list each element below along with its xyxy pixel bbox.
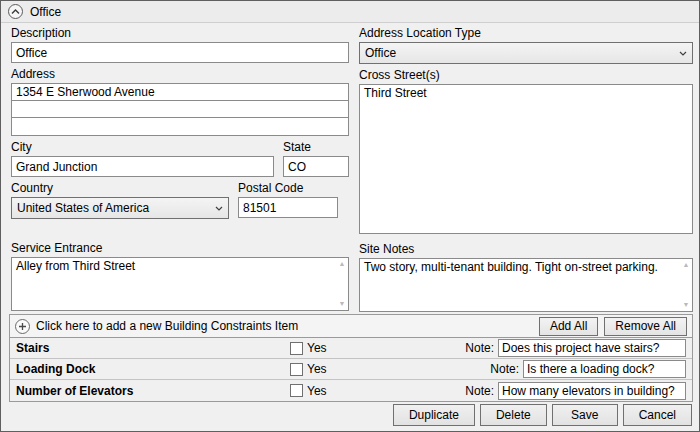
cross-streets-input[interactable]: Third Street [359, 84, 693, 234]
cross-streets-label: Cross Street(s) [359, 69, 693, 82]
address-input-group: 1354 E Sherwood Avenue [11, 83, 349, 136]
duplicate-button[interactable]: Duplicate [393, 404, 475, 426]
cancel-button[interactable]: Cancel [623, 404, 692, 426]
yes-checkbox[interactable] [290, 342, 303, 355]
address-location-type-selected-value: Office [365, 46, 675, 60]
scrollbar-up-icon[interactable]: ▲ [681, 260, 691, 270]
note-input[interactable] [523, 360, 686, 378]
chevron-down-icon [679, 51, 687, 56]
plus-icon[interactable] [15, 319, 30, 334]
postal-code-label: Postal Code [238, 182, 338, 195]
right-column: Address Location Type Office Cross Stree… [359, 27, 693, 312]
state-label: State [283, 141, 349, 154]
cross-streets-text: Third Street [364, 86, 427, 100]
postal-code-input[interactable] [238, 197, 338, 218]
address-line3-input[interactable] [12, 118, 348, 135]
service-entrance-text: Alley from Third Street [16, 259, 135, 273]
constraint-row-loading-dock: Loading Dock Yes Note: [10, 359, 692, 380]
office-form-window: Office Description Address 1354 E Sherwo… [0, 0, 700, 432]
constraint-name: Stairs [16, 341, 290, 355]
city-label: City [11, 141, 274, 154]
address-line1-input[interactable]: 1354 E Sherwood Avenue [12, 84, 348, 101]
address-location-type-label: Address Location Type [359, 27, 693, 40]
remove-all-button[interactable]: Remove All [604, 317, 687, 336]
scrollbar-down-icon[interactable]: ▼ [337, 299, 347, 309]
scrollbar-down-icon[interactable]: ▼ [681, 300, 691, 310]
description-input[interactable] [11, 42, 349, 63]
save-button[interactable]: Save [552, 404, 618, 426]
service-entrance-input[interactable]: Alley from Third Street ▲ ▼ [11, 257, 349, 311]
state-input[interactable] [283, 156, 349, 177]
constraint-row-stairs: Stairs Yes Note: [10, 338, 692, 359]
add-all-button[interactable]: Add All [539, 317, 598, 336]
chevron-down-icon [215, 206, 223, 211]
yes-label: Yes [307, 362, 327, 376]
left-column: Description Address 1354 E Sherwood Aven… [11, 27, 349, 311]
footer-button-bar: Duplicate Delete Save Cancel [393, 404, 692, 426]
city-input[interactable] [11, 156, 274, 177]
site-notes-text: Two story, multi-tenant building. Tight … [364, 260, 658, 274]
yes-checkbox[interactable] [290, 384, 303, 397]
delete-button[interactable]: Delete [480, 404, 547, 426]
note-input[interactable] [498, 382, 686, 400]
site-notes-input[interactable]: Two story, multi-tenant building. Tight … [359, 258, 693, 312]
site-notes-label: Site Notes [359, 243, 693, 256]
scrollbar-up-icon[interactable]: ▲ [337, 259, 347, 269]
constraint-row-number-of-elevators: Number of Elevators Yes Note: [10, 380, 692, 401]
section-header[interactable]: Office [1, 1, 699, 23]
add-constraint-label: Click here to add a new Building Constra… [36, 319, 533, 333]
constraint-name: Number of Elevators [16, 384, 290, 398]
country-selected-value: United States of America [17, 201, 211, 215]
note-label: Note: [465, 384, 494, 398]
country-dropdown[interactable]: United States of America [11, 197, 229, 219]
chevron-up-icon [11, 9, 20, 15]
country-label: Country [11, 182, 229, 195]
service-entrance-label: Service Entrance [11, 242, 349, 255]
note-label: Note: [490, 362, 519, 376]
address-line2-input[interactable] [12, 101, 348, 118]
building-constraints-table: Click here to add a new Building Constra… [9, 314, 693, 402]
section-title: Office [30, 5, 61, 19]
yes-checkbox[interactable] [290, 363, 303, 376]
note-label: Note: [465, 341, 494, 355]
note-input[interactable] [498, 339, 686, 357]
yes-label: Yes [307, 384, 327, 398]
yes-label: Yes [307, 341, 327, 355]
address-location-type-dropdown[interactable]: Office [359, 42, 693, 64]
collapse-button[interactable] [8, 4, 23, 19]
address-label: Address [11, 68, 349, 81]
constraint-name: Loading Dock [16, 362, 290, 376]
add-constraint-row[interactable]: Click here to add a new Building Constra… [10, 315, 692, 338]
description-label: Description [11, 27, 349, 40]
